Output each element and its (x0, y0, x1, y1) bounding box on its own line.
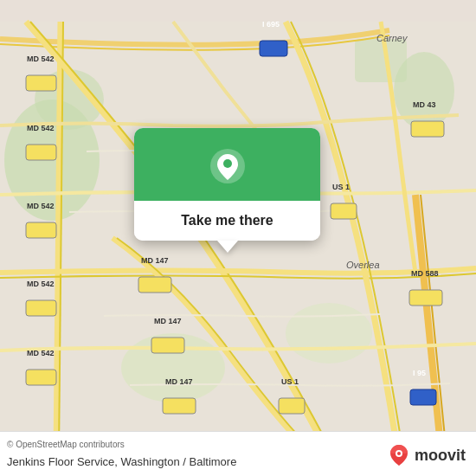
svg-point-6 (286, 303, 372, 363)
svg-rect-13 (151, 338, 184, 353)
location-name-text: Jenkins Floor Service, Washington / Balt… (7, 455, 236, 468)
svg-point-22 (223, 159, 232, 168)
moovit-brand-text: moovit (415, 447, 466, 465)
svg-rect-16 (411, 121, 444, 137)
osm-credit-text: © OpenStreetMap contributors (7, 440, 125, 449)
svg-point-24 (397, 452, 401, 455)
svg-rect-18 (279, 398, 305, 414)
svg-rect-4 (355, 39, 407, 82)
svg-rect-8 (26, 145, 56, 160)
svg-rect-17 (331, 203, 357, 219)
location-name-bar: Jenkins Floor Service, Washington / Balt… (7, 453, 236, 469)
svg-rect-19 (409, 290, 442, 306)
osm-attribution: © OpenStreetMap contributors (7, 435, 125, 451)
svg-rect-12 (138, 277, 171, 293)
bottom-bar: © OpenStreetMap contributors Jenkins Flo… (0, 431, 476, 476)
svg-rect-10 (26, 300, 56, 316)
moovit-logo: moovit (387, 443, 466, 467)
svg-rect-11 (26, 370, 56, 385)
popup-header (134, 128, 320, 201)
take-me-there-button[interactable]: Take me there (134, 201, 320, 241)
svg-rect-15 (260, 41, 287, 56)
svg-rect-7 (26, 75, 56, 91)
svg-rect-20 (410, 389, 436, 405)
moovit-logo-icon (387, 443, 411, 467)
svg-rect-14 (163, 398, 196, 414)
map-container: MD 542 MD 542 MD 542 MD 542 MD 542 MD 14… (0, 0, 476, 476)
location-pin-icon (209, 147, 247, 185)
location-popup: Take me there (134, 128, 320, 241)
svg-rect-9 (26, 222, 56, 238)
